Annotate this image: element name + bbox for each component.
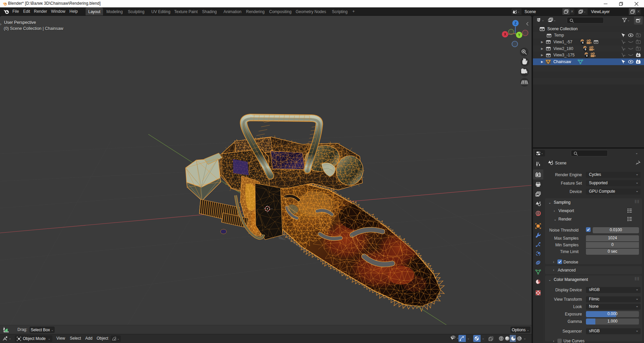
svg-text:Z: Z xyxy=(514,21,516,25)
svg-text:X: X xyxy=(504,33,506,36)
svg-text:Y: Y xyxy=(518,33,521,37)
